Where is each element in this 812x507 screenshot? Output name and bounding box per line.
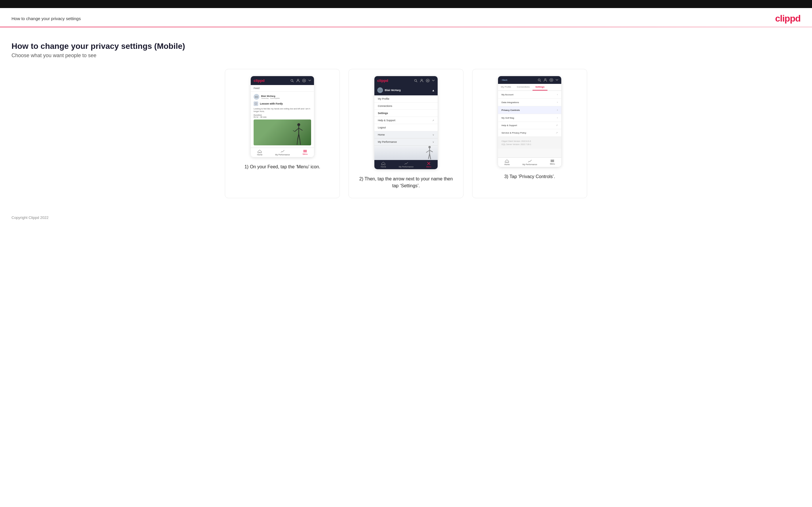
bottom-nav-performance-3: My Performance bbox=[522, 159, 537, 165]
menu-section-home: Home ∨ bbox=[374, 131, 438, 138]
step-2-caption: 2) Then, tap the arrow next to your name… bbox=[356, 175, 456, 189]
svg-point-34 bbox=[551, 79, 552, 81]
page-heading: How to change your privacy settings (Mob… bbox=[11, 42, 801, 51]
menu-icon bbox=[303, 150, 307, 153]
feed-post: BM Blair McHarg Yesterday · Sunningdale bbox=[251, 92, 314, 148]
home-icon bbox=[258, 150, 262, 153]
menu-items-list: My Profile Connections Settings Help & S… bbox=[374, 95, 438, 131]
feed-tab: Feed bbox=[251, 85, 314, 92]
phone-logo-2: clippd bbox=[377, 78, 388, 83]
svg-point-35 bbox=[550, 78, 553, 81]
feed-golf-image bbox=[254, 119, 311, 145]
chevron-icon: ∨ bbox=[433, 133, 434, 136]
phone-screen-1: clippd bbox=[251, 76, 314, 157]
feed-user-meta: Yesterday · Sunningdale bbox=[261, 97, 280, 99]
settings-icon-3 bbox=[550, 78, 553, 82]
feed-user-row: BM Blair McHarg Yesterday · Sunningdale bbox=[254, 94, 311, 100]
settings-help-support: Help & Support ↗ bbox=[498, 122, 561, 129]
chevron-account: › bbox=[557, 93, 558, 96]
menu-section-performance: My Performance ∨ bbox=[374, 138, 438, 146]
user-icon bbox=[296, 79, 300, 82]
step-3-card: ‹ Back bbox=[472, 69, 587, 198]
chart-icon bbox=[281, 150, 285, 153]
svg-line-26 bbox=[429, 150, 433, 152]
step-2-card: clippd bbox=[349, 69, 463, 198]
menu-expand-icon: ▲ bbox=[432, 89, 435, 92]
footer: Copyright Clippd 2022 bbox=[0, 210, 812, 225]
phone-navbar-1: clippd bbox=[251, 76, 314, 85]
search-icon-3 bbox=[538, 78, 541, 82]
svg-rect-5 bbox=[255, 103, 257, 105]
settings-tabs: My Profile Connections Settings bbox=[498, 84, 561, 91]
phone-screen-2: clippd bbox=[374, 76, 438, 169]
chevron-down-icon-2 bbox=[432, 79, 435, 81]
bottom-nav-performance: My Performance bbox=[275, 150, 290, 156]
bottom-nav-performance-2: My Performance bbox=[399, 162, 413, 168]
search-icon-2 bbox=[414, 79, 417, 82]
phone-icons-3 bbox=[538, 78, 558, 82]
feed-user-info: Blair McHarg Yesterday · Sunningdale bbox=[261, 95, 280, 99]
menu-user-info: BM Blair McHarg bbox=[377, 87, 401, 93]
external-link-icon: ↗ bbox=[432, 119, 434, 122]
svg-line-25 bbox=[426, 150, 429, 153]
tab-connections: Connections bbox=[514, 84, 532, 91]
svg-point-18 bbox=[415, 79, 417, 81]
logo: clippd bbox=[775, 13, 801, 24]
settings-icon bbox=[302, 79, 306, 82]
search-icon bbox=[291, 79, 294, 82]
lesson-title: Lesson with Fordy bbox=[260, 102, 283, 105]
header: How to change your privacy settings clip… bbox=[0, 8, 812, 27]
settings-service-privacy: Service & Privacy Policy ↗ bbox=[498, 129, 561, 137]
phone-bottom-nav-2: Home My Performance Menu bbox=[374, 160, 438, 169]
menu-item-connections: Connections bbox=[374, 103, 438, 110]
feed-duration: Duration 01 hr : 30 min bbox=[254, 114, 311, 118]
external-service-icon: ↗ bbox=[556, 131, 558, 134]
chevron-privacy: › bbox=[557, 109, 558, 111]
svg-line-13 bbox=[297, 139, 298, 145]
svg-point-33 bbox=[545, 79, 546, 80]
main-content: How to change your privacy settings (Mob… bbox=[0, 36, 812, 210]
chart-icon-3 bbox=[528, 159, 532, 163]
svg-point-0 bbox=[291, 79, 293, 81]
feed-username: Blair McHarg bbox=[261, 95, 280, 97]
settings-data-integrations: Data Integrations › bbox=[498, 99, 561, 106]
phone-screen-3: ‹ Back bbox=[498, 76, 561, 167]
svg-line-9 bbox=[293, 130, 295, 131]
step-1-card: clippd bbox=[225, 69, 340, 198]
golfer-figure bbox=[293, 122, 305, 145]
header-divider bbox=[0, 27, 812, 27]
svg-point-4 bbox=[303, 79, 306, 82]
svg-point-3 bbox=[304, 80, 305, 81]
screen-bg-area bbox=[374, 146, 438, 160]
menu-username: Blair McHarg bbox=[385, 89, 401, 92]
svg-line-12 bbox=[299, 134, 300, 140]
settings-list: My Account › Data Integrations › Privacy… bbox=[498, 91, 561, 137]
menu-icon-3 bbox=[550, 159, 554, 162]
svg-line-28 bbox=[429, 154, 431, 159]
phone-logo-1: clippd bbox=[254, 78, 264, 83]
bottom-nav-close: Menu bbox=[426, 162, 431, 168]
svg-line-32 bbox=[540, 81, 541, 81]
settings-my-account: My Account › bbox=[498, 91, 561, 99]
svg-line-1 bbox=[293, 81, 294, 82]
settings-back-bar: ‹ Back bbox=[498, 76, 561, 84]
svg-line-19 bbox=[416, 81, 417, 82]
chevron-down-icon bbox=[308, 79, 311, 81]
bottom-nav-home-3: Home bbox=[504, 159, 510, 165]
page-subheading: Choose what you want people to see bbox=[11, 53, 801, 59]
avatar-2: BM bbox=[377, 87, 383, 93]
phone-bottom-nav-1: Home My Performance bbox=[251, 148, 314, 157]
settings-icon-2 bbox=[426, 79, 429, 82]
back-button: ‹ Back bbox=[501, 79, 507, 81]
svg-point-2 bbox=[297, 79, 299, 81]
header-title: How to change your privacy settings bbox=[11, 16, 81, 21]
user-icon-2 bbox=[420, 79, 423, 82]
user-icon-3 bbox=[544, 78, 547, 82]
top-bar bbox=[0, 0, 812, 8]
feed-lesson-row: Lesson with Fordy bbox=[254, 101, 311, 106]
bottom-nav-home-2: Home bbox=[381, 162, 386, 168]
menu-item-profile: My Profile bbox=[374, 95, 438, 103]
settings-golf-bag: My Golf Bag › bbox=[498, 114, 561, 122]
menu-item-settings: Settings bbox=[374, 110, 438, 117]
svg-line-14 bbox=[300, 140, 301, 145]
